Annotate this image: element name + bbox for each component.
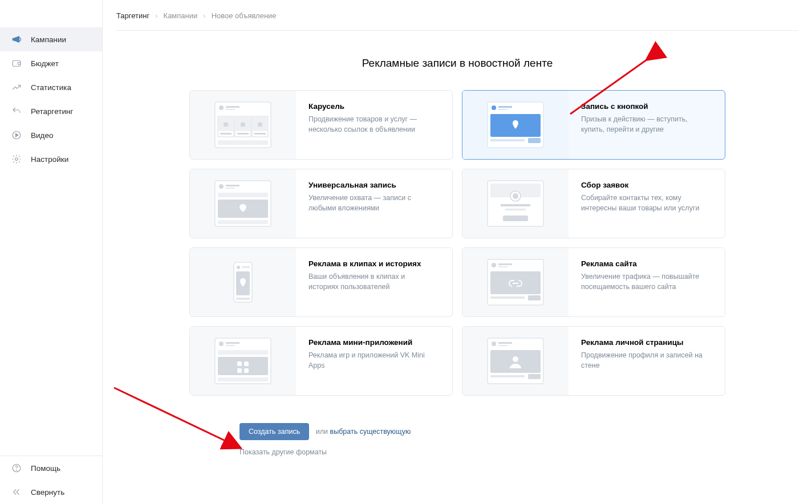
undo-icon <box>10 106 23 116</box>
ad-card-leads[interactable]: Сбор заявок Собирайте контакты тех, кому… <box>462 169 725 238</box>
sidebar: Кампании Бюджет Статистика Ретаргетинг <box>0 0 103 504</box>
chart-icon <box>10 82 23 92</box>
svg-rect-39 <box>501 204 530 206</box>
main-content: Таргетинг › Кампании › Новое объявление … <box>103 0 812 504</box>
ad-card-carousel[interactable]: Карусель Продвижение товаров и услуг — н… <box>189 90 453 160</box>
sidebar-item-label: Бюджет <box>31 59 59 68</box>
svg-rect-67 <box>498 342 512 344</box>
svg-point-22 <box>492 105 496 110</box>
ad-card-title: Реклама сайта <box>581 259 712 268</box>
chevron-right-icon: › <box>155 11 157 20</box>
ad-card-thumbnail <box>462 248 569 316</box>
svg-point-8 <box>219 105 224 110</box>
play-icon <box>10 130 23 140</box>
svg-rect-32 <box>218 193 268 197</box>
ad-card-title: Реклама личной страницы <box>581 338 712 347</box>
ad-card-clips-stories[interactable]: Реклама в клипах и историях Ваши объявле… <box>189 247 453 317</box>
collapse-icon <box>10 487 23 497</box>
ad-card-thumbnail <box>190 248 296 316</box>
ad-card-thumbnail <box>190 91 296 159</box>
sidebar-item-retargeting[interactable]: Ретаргетинг <box>0 99 102 123</box>
breadcrumb-item[interactable]: Таргетинг <box>116 11 149 20</box>
megaphone-icon <box>10 34 23 44</box>
ad-card-title: Запись с кнопкой <box>581 102 712 111</box>
svg-rect-61 <box>244 361 249 366</box>
ad-card-universal[interactable]: Универсальная запись Увеличение охвата —… <box>189 169 453 238</box>
svg-rect-23 <box>498 106 512 108</box>
svg-rect-59 <box>218 357 268 375</box>
ad-card-desc: Призыв к действию — вступить, купить, пе… <box>581 114 707 135</box>
svg-rect-30 <box>226 185 239 186</box>
svg-rect-40 <box>505 209 526 210</box>
ad-card-miniapps[interactable]: Реклама мини-приложений Реклама игр и пр… <box>189 326 453 396</box>
svg-rect-24 <box>498 109 508 110</box>
ad-card-thumbnail <box>462 169 569 238</box>
ad-card-desc: Ваши объявления в клипах и историях поль… <box>308 271 434 292</box>
breadcrumb-item[interactable]: Новое объявление <box>212 11 277 20</box>
svg-rect-52 <box>490 296 525 299</box>
sidebar-item-label: Ретаргетинг <box>31 107 73 116</box>
ad-card-desc: Реклама игр и приложений VK Mini Apps <box>308 350 434 371</box>
chevron-right-icon: › <box>203 11 205 20</box>
sidebar-item-label: Настройки <box>31 155 68 164</box>
svg-point-4 <box>15 158 18 161</box>
ad-card-desc: Увеличение трафика — повышайте посещаемо… <box>581 271 707 292</box>
svg-point-38 <box>513 193 518 199</box>
svg-rect-62 <box>237 368 242 373</box>
sidebar-item-label: Статистика <box>31 83 71 92</box>
svg-rect-72 <box>528 374 541 379</box>
sidebar-item-help[interactable]: Помощь <box>0 456 102 480</box>
svg-point-66 <box>492 342 496 346</box>
svg-point-6 <box>17 470 17 470</box>
svg-rect-26 <box>490 139 525 141</box>
svg-rect-31 <box>226 188 235 189</box>
svg-point-29 <box>219 184 224 189</box>
create-post-button[interactable]: Создать запись <box>239 423 309 440</box>
section-title: Рекламные записи в новостной ленте <box>116 57 798 70</box>
svg-rect-16 <box>237 133 249 135</box>
svg-rect-49 <box>498 263 512 265</box>
or-text: или выбрать существующую <box>316 428 411 436</box>
ad-card-website[interactable]: Реклама сайта Увеличение трафика — повыш… <box>462 247 725 317</box>
wallet-icon <box>10 58 23 68</box>
ad-card-desc: Продвижение товаров и услуг — несколько … <box>308 114 434 135</box>
ad-card-desc: Собирайте контакты тех, кому интересны в… <box>581 193 707 213</box>
svg-rect-46 <box>236 298 250 300</box>
sidebar-item-collapse[interactable]: Свернуть <box>0 480 102 504</box>
svg-rect-63 <box>244 368 249 373</box>
svg-rect-58 <box>218 350 268 355</box>
actions-row: Создать запись или выбрать существующую … <box>189 423 725 456</box>
breadcrumb-item[interactable]: Кампании <box>164 11 198 20</box>
svg-rect-64 <box>218 377 268 381</box>
sidebar-item-campaigns[interactable]: Кампании <box>0 27 102 51</box>
show-other-formats-link[interactable]: Показать другие форматы <box>239 448 725 456</box>
svg-rect-57 <box>226 345 235 346</box>
ad-card-title: Универсальная запись <box>308 181 440 189</box>
ad-card-button-post[interactable]: Запись с кнопкой Призыв к действию — вст… <box>462 90 725 160</box>
svg-rect-27 <box>528 138 541 143</box>
help-icon <box>10 463 23 473</box>
svg-rect-50 <box>498 266 508 267</box>
ad-card-desc: Продвижение профиля и записей на стене <box>581 350 707 371</box>
ad-card-title: Реклама в клипах и историях <box>308 259 440 268</box>
sidebar-item-budget[interactable]: Бюджет <box>0 51 102 75</box>
sidebar-item-video[interactable]: Видео <box>0 123 102 147</box>
svg-point-70 <box>513 356 518 362</box>
svg-rect-56 <box>226 342 239 344</box>
sidebar-item-settings[interactable]: Настройки <box>0 147 102 171</box>
ad-card-personal-page[interactable]: Реклама личной страницы Продвижение проф… <box>462 326 725 396</box>
sidebar-item-label: Видео <box>31 131 53 140</box>
svg-rect-60 <box>237 361 242 366</box>
ad-format-grid: Карусель Продвижение товаров и услуг — н… <box>189 90 725 396</box>
sidebar-item-stats[interactable]: Статистика <box>0 75 102 99</box>
svg-rect-13 <box>220 133 232 135</box>
svg-rect-10 <box>226 109 235 110</box>
svg-point-43 <box>237 266 240 269</box>
svg-rect-20 <box>218 140 268 145</box>
breadcrumb: Таргетинг › Кампании › Новое объявление <box>116 0 798 31</box>
svg-rect-68 <box>498 345 508 346</box>
choose-existing-link[interactable]: выбрать существующую <box>330 428 411 436</box>
ad-card-title: Реклама мини-приложений <box>308 338 440 347</box>
svg-point-55 <box>219 342 224 346</box>
svg-rect-34 <box>218 220 268 224</box>
